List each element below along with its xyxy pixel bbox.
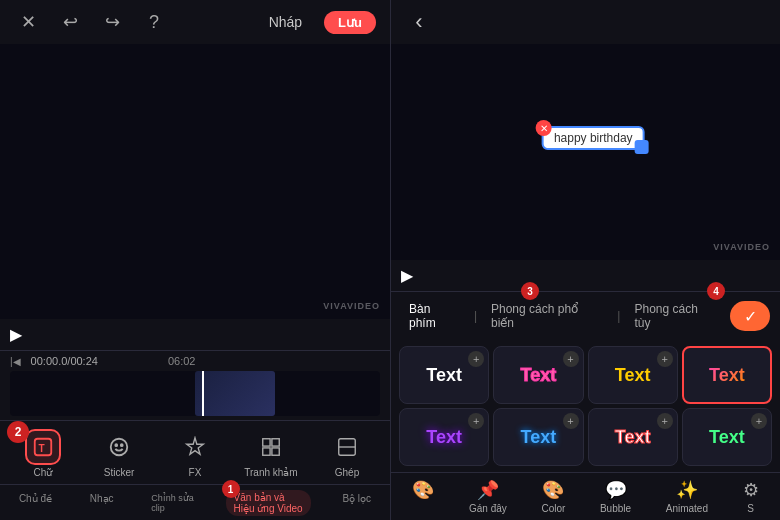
tab-tranh-kham[interactable]: Tranh khảm xyxy=(233,429,309,478)
svg-point-2 xyxy=(111,439,128,456)
svg-rect-5 xyxy=(263,439,270,446)
timeline-cursor xyxy=(202,371,204,416)
color-icon: 🎨 xyxy=(542,479,564,501)
text-style-grid: + Text + Text + Text Text + Text + Text … xyxy=(391,340,780,472)
svg-point-4 xyxy=(121,444,123,446)
bottom-toolbar: 2 T Chữ Stic xyxy=(0,420,390,520)
s-label: S xyxy=(747,503,754,514)
timeline-ruler: |◀ 00:00.0/00:24 06:02 xyxy=(0,350,390,371)
left-panel: ✕ ↩ ↪ ? Nháp Lưu VIVAVIDEO ▶ |◀ 00:00.0/… xyxy=(0,0,390,520)
back-button[interactable]: ‹ xyxy=(405,8,433,36)
undo-button[interactable]: ↩ xyxy=(56,8,84,36)
sub-tab-bo-loc[interactable]: Bộ lọc xyxy=(336,490,377,516)
text-preview-7: Text xyxy=(615,427,651,448)
svg-rect-8 xyxy=(272,448,279,455)
left-watermark: VIVAVIDEO xyxy=(323,301,380,311)
bottom-tabs: 2 T Chữ Stic xyxy=(0,429,390,478)
confirm-button[interactable]: ✓ xyxy=(730,301,770,331)
add-icon-7[interactable]: + xyxy=(657,413,673,429)
bubble-resize-handle[interactable] xyxy=(635,140,649,154)
sub-tab-chu-de[interactable]: Chủ đề xyxy=(13,490,58,516)
time-right: 06:02 xyxy=(168,355,196,367)
right-panel: ‹ ✕ happy birthday VIVAVIDEO ▶ 3 4 Bàn p… xyxy=(390,0,780,520)
add-icon-3[interactable]: + xyxy=(657,351,673,367)
sub-tab-van-ban[interactable]: 1 Văn bản vàHiệu ứng Video xyxy=(226,490,311,516)
text-style-bar: 3 4 Bàn phím | Phong cách phổ biến | Pho… xyxy=(391,291,780,340)
add-icon-8[interactable]: + xyxy=(751,413,767,429)
tab-chu[interactable]: 2 T Chữ xyxy=(5,429,81,478)
save-button[interactable]: Lưu xyxy=(324,11,376,34)
step-1-badge: 1 xyxy=(222,480,240,498)
left-play-bar: ▶ xyxy=(0,319,390,350)
right-header: ‹ xyxy=(391,0,780,44)
text-style-4[interactable]: Text xyxy=(682,346,772,404)
timeline-track[interactable] xyxy=(10,371,380,416)
step-3-badge: 3 xyxy=(521,282,539,300)
add-icon-6[interactable]: + xyxy=(563,413,579,429)
fx-icon xyxy=(177,429,213,465)
left-play-button[interactable]: ▶ xyxy=(10,325,22,344)
color-label: Color xyxy=(541,503,565,514)
help-button[interactable]: ? xyxy=(140,8,168,36)
text-preview-2: Text xyxy=(521,365,557,386)
step-2-badge: 2 xyxy=(7,421,29,443)
draft-title: Nháp xyxy=(269,14,302,30)
nav-s[interactable]: ⚙ S xyxy=(743,479,759,514)
svg-rect-6 xyxy=(272,439,279,446)
nav-gan-day[interactable]: 📌 Gán đây xyxy=(469,479,507,514)
text-style-1[interactable]: + Text xyxy=(399,346,489,404)
bubble-close-icon[interactable]: ✕ xyxy=(536,120,552,136)
s-icon: ⚙ xyxy=(743,479,759,501)
text-preview-3: Text xyxy=(615,365,651,386)
gan-day-icon: 📌 xyxy=(477,479,499,501)
sub-tab-nhac[interactable]: Nhạc xyxy=(84,490,120,516)
right-bottom-nav: 🎨 📌 Gán đây 🎨 Color 💬 Bubble ✨ Animated … xyxy=(391,472,780,520)
svg-rect-7 xyxy=(263,448,270,455)
close-button[interactable]: ✕ xyxy=(14,8,42,36)
text-style-7[interactable]: + Text xyxy=(588,408,678,466)
text-preview-5: Text xyxy=(426,427,462,448)
text-preview-6: Text xyxy=(521,427,557,448)
chu-icon: T xyxy=(25,429,61,465)
text-preview-4: Text xyxy=(709,365,745,386)
nav-bubble[interactable]: 💬 Bubble xyxy=(600,479,631,514)
text-style-6[interactable]: + Text xyxy=(493,408,583,466)
left-header: ✕ ↩ ↪ ? Nháp Lưu xyxy=(0,0,390,44)
tranh-kham-icon xyxy=(253,429,289,465)
fx-label: FX xyxy=(189,467,202,478)
time-display: 00:00.0/00:24 xyxy=(31,355,98,367)
add-icon-2[interactable]: + xyxy=(563,351,579,367)
style-tab-keyboard[interactable]: Bàn phím xyxy=(401,298,468,334)
style-tab-custom[interactable]: Phong cách tùy xyxy=(626,298,724,334)
text-style-3[interactable]: + Text xyxy=(588,346,678,404)
text-preview-1: Text xyxy=(426,365,462,386)
nav-color[interactable]: 🎨 Color xyxy=(541,479,565,514)
add-icon-1[interactable]: + xyxy=(468,351,484,367)
text-style-2[interactable]: + Text xyxy=(493,346,583,404)
gan-day-label: Gán đây xyxy=(469,503,507,514)
animated-icon: ✨ xyxy=(676,479,698,501)
svg-text:T: T xyxy=(38,443,45,454)
sticker-nav-icon: 🎨 xyxy=(412,479,434,501)
ghep-label: Ghép xyxy=(335,467,359,478)
tab-ghep[interactable]: Ghép xyxy=(309,429,385,478)
right-video-preview: ✕ happy birthday VIVAVIDEO xyxy=(391,44,780,260)
add-icon-5[interactable]: + xyxy=(468,413,484,429)
redo-button[interactable]: ↪ xyxy=(98,8,126,36)
text-bubble[interactable]: ✕ happy birthday xyxy=(542,126,645,150)
timeline-thumb xyxy=(195,371,275,416)
sub-tab-chinh-sua[interactable]: Chỉnh sửaclip xyxy=(145,490,200,516)
style-tab-popular[interactable]: Phong cách phổ biến xyxy=(483,298,611,334)
tab-sticker[interactable]: Sticker xyxy=(81,429,157,478)
right-play-button[interactable]: ▶ xyxy=(401,266,413,285)
nav-sticker[interactable]: 🎨 xyxy=(412,479,434,514)
ghep-icon xyxy=(329,429,365,465)
text-style-8[interactable]: + Text xyxy=(682,408,772,466)
right-watermark: VIVAVIDEO xyxy=(713,242,770,252)
text-style-5[interactable]: + Text xyxy=(399,408,489,466)
tab-fx[interactable]: FX xyxy=(157,429,233,478)
bubble-text[interactable]: happy birthday xyxy=(554,131,633,145)
bubble-icon: 💬 xyxy=(605,479,627,501)
sticker-icon xyxy=(101,429,137,465)
nav-animated[interactable]: ✨ Animated xyxy=(666,479,708,514)
